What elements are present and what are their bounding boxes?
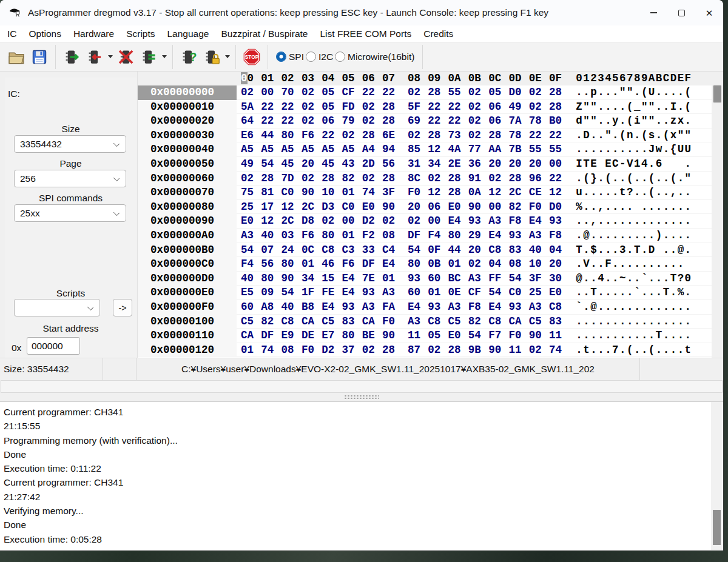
hex-byte[interactable]: DF — [362, 257, 382, 272]
hex-byte[interactable]: F8 — [508, 214, 528, 229]
hex-byte[interactable]: C8 — [322, 243, 342, 258]
hex-byte[interactable]: 2C — [302, 200, 322, 215]
hex-byte[interactable]: E9 — [281, 329, 302, 343]
hex-byte[interactable]: 02 — [362, 343, 382, 358]
hex-byte[interactable]: 01 — [342, 229, 362, 243]
hex-byte[interactable]: 82 — [468, 315, 488, 329]
hex-byte[interactable]: 22 — [549, 172, 569, 186]
hex-byte[interactable]: 91 — [468, 172, 488, 186]
hex-byte[interactable]: 60 — [408, 286, 428, 300]
hex-byte[interactable]: F0 — [408, 186, 428, 200]
hex-byte[interactable]: A3 — [468, 272, 488, 286]
hex-byte[interactable]: E0 — [448, 329, 468, 343]
hex-byte[interactable]: 56 — [261, 257, 281, 272]
hex-byte[interactable]: C0 — [342, 200, 362, 215]
hex-byte[interactable]: 44 — [448, 243, 468, 258]
hex-byte[interactable]: C8 — [549, 300, 569, 315]
hex-byte[interactable]: 83 — [342, 315, 362, 329]
hex-byte[interactable]: 2C — [281, 214, 302, 229]
hex-byte[interactable]: F8 — [549, 229, 569, 243]
hex-ascii[interactable]: ..,............. — [576, 214, 692, 229]
hex-ascii[interactable]: .t...7.(..(....t — [576, 343, 692, 358]
hex-byte[interactable]: 22 — [261, 114, 281, 129]
hex-byte[interactable]: E6 — [241, 129, 261, 143]
hex-byte[interactable]: CA — [362, 315, 382, 329]
spi-commands-combobox[interactable]: 25xx — [14, 204, 126, 222]
lock-options-dropdown[interactable] — [223, 45, 231, 69]
hex-byte[interactable]: 93 — [508, 229, 528, 243]
hex-ascii[interactable]: @..4..~..`...T?0 — [576, 272, 692, 286]
hex-byte[interactable]: F4 — [428, 229, 448, 243]
detect-ic-button[interactable]: ? — [177, 45, 200, 69]
hex-byte[interactable]: 10 — [322, 186, 342, 200]
hex-byte[interactable]: 9B — [468, 343, 488, 358]
hex-byte[interactable]: A3 — [382, 286, 402, 300]
menu-item-hardware[interactable]: Hardware — [67, 28, 120, 39]
hex-byte[interactable]: 28 — [448, 186, 468, 200]
save-file-button[interactable] — [28, 45, 51, 69]
minimize-button[interactable] — [639, 0, 667, 25]
hex-byte[interactable]: 02 — [408, 214, 428, 229]
hex-byte[interactable]: 10 — [529, 257, 549, 272]
hex-ascii[interactable]: .@.........).... — [576, 229, 692, 243]
hex-byte[interactable]: E4 — [322, 300, 342, 315]
hex-byte[interactable]: 22 — [382, 85, 402, 100]
hex-byte[interactable]: 01 — [382, 272, 402, 286]
hex-byte[interactable]: A8 — [261, 300, 281, 315]
hex-byte[interactable]: 02 — [362, 172, 382, 186]
hex-byte[interactable]: 33 — [362, 243, 382, 258]
hex-byte[interactable]: C5 — [529, 315, 549, 329]
hex-byte[interactable]: E7 — [322, 329, 342, 343]
hex-byte[interactable]: B8 — [302, 300, 322, 315]
hex-byte[interactable]: 20 — [302, 157, 322, 172]
hex-byte[interactable]: 02 — [428, 172, 448, 186]
hex-byte[interactable]: C0 — [508, 286, 528, 300]
hex-ascii[interactable]: T.$...3.T.D ..@. — [576, 243, 692, 258]
hex-ascii[interactable]: ..........Jw.{UU — [576, 142, 692, 157]
hex-byte[interactable]: 22 — [322, 129, 342, 143]
scrollbar-thumb[interactable] — [713, 510, 721, 545]
write-ic-button[interactable] — [83, 45, 106, 69]
hex-byte[interactable]: 40 — [241, 272, 261, 286]
hex-byte[interactable]: 20 — [549, 257, 569, 272]
hex-byte[interactable]: A5 — [281, 142, 302, 157]
hex-byte[interactable]: 80 — [322, 229, 342, 243]
hex-byte[interactable]: 0A — [468, 186, 488, 200]
scripts-combobox[interactable] — [14, 299, 100, 316]
hex-byte[interactable]: 80 — [281, 257, 302, 272]
hex-byte[interactable]: 22 — [261, 100, 281, 115]
menu-item-scripts[interactable]: Scripts — [120, 28, 161, 39]
hex-byte[interactable]: F6 — [302, 229, 322, 243]
hex-byte[interactable]: 06 — [488, 100, 508, 115]
log-output[interactable]: Current programmer: CH34121:15:55Program… — [0, 401, 723, 550]
hex-byte[interactable]: 02 — [468, 129, 488, 143]
hex-byte[interactable]: A3 — [362, 300, 382, 315]
hex-byte[interactable]: 90 — [382, 329, 402, 343]
hex-byte[interactable]: 34 — [302, 272, 322, 286]
hex-byte[interactable]: 00 — [342, 214, 362, 229]
hex-byte[interactable]: CA — [302, 315, 322, 329]
hex-byte[interactable]: 45 — [322, 157, 342, 172]
hex-byte[interactable]: 02 — [408, 85, 428, 100]
hex-byte[interactable]: A3 — [241, 229, 261, 243]
hex-byte[interactable]: DF — [261, 329, 281, 343]
close-button[interactable]: ✕ — [695, 0, 723, 25]
hex-byte[interactable]: 20 — [529, 157, 549, 172]
hex-byte[interactable]: 4A — [448, 142, 468, 157]
hex-byte[interactable]: 28 — [382, 172, 402, 186]
hex-byte[interactable]: A4 — [362, 142, 382, 157]
hex-byte[interactable]: C5 — [241, 315, 261, 329]
hex-byte[interactable]: 06 — [428, 200, 448, 215]
log-vertical-scrollbar[interactable] — [711, 402, 723, 550]
maximize-button[interactable] — [667, 0, 695, 25]
hex-byte[interactable]: 28 — [362, 129, 382, 143]
hex-byte[interactable]: 82 — [342, 172, 362, 186]
hex-byte[interactable]: D2 — [362, 214, 382, 229]
start-address-input[interactable] — [27, 337, 80, 355]
hex-byte[interactable]: 07 — [261, 243, 281, 258]
hex-byte[interactable]: 55 — [529, 142, 549, 157]
hex-byte[interactable]: 22 — [281, 100, 302, 115]
hex-byte[interactable]: 80 — [342, 329, 362, 343]
radio-i2c[interactable] — [306, 52, 316, 62]
hex-byte[interactable]: F6 — [342, 257, 362, 272]
